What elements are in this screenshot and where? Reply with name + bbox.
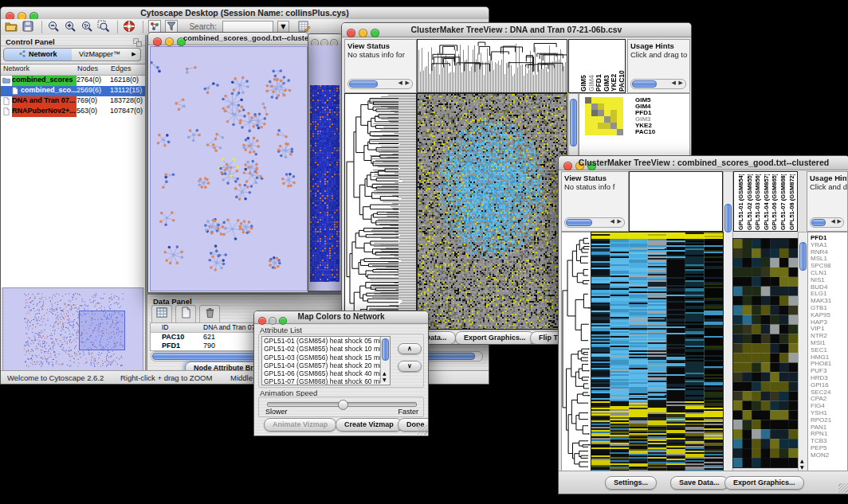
trash-icon[interactable] [199,305,220,323]
attribute-item[interactable]: GPL51-06 (GSM865) heat shock 40 min [264,369,380,377]
zoom-selected-icon[interactable] [97,20,112,34]
view-status-text: No status info for [347,50,416,59]
animate-vizmap-button[interactable]: Animate Vizmap [264,418,336,432]
column-dendrogram-area[interactable] [629,171,723,232]
column-dendrogram[interactable] [417,39,567,93]
network-table-row[interactable]: RNAPuberNov2+...563(0)107847(0) [1,107,145,117]
document-icon [2,97,10,107]
save-data-button[interactable]: Save Data... [670,476,728,490]
open-file-icon[interactable] [5,20,20,34]
attribute-listbox[interactable]: GPL51-01 (GSM854) heat shock 05 minGPL51… [261,336,391,385]
background-network-canvas[interactable] [308,45,342,291]
view-status-hscrollbar[interactable]: ◀▶ [564,217,625,228]
similarity-matrix[interactable] [585,97,623,135]
help-lifesaver-icon[interactable] [123,20,138,34]
new-document-icon[interactable] [175,305,196,323]
treeview-combined-window: ClusterMaker TreeView : combined_scores_… [558,155,848,494]
column-labels-panel: GIM5GIM4PFD1GIM3YKE2PAC10 [568,39,626,93]
dialog-titlebar[interactable]: Map Colors to Network [254,311,428,324]
scroll-up-icon[interactable]: ▲ [383,370,387,376]
attribute-item[interactable]: GPL51-02 (GSM855) heat shock 10 min [264,345,380,353]
treeview2-titlebar[interactable]: ClusterMaker TreeView : combined_scores_… [559,156,848,170]
matrix-cell [591,129,598,135]
scroll-thumb[interactable] [724,204,732,232]
attribute-item[interactable]: GPL51-01 (GSM854) heat shock 05 min [264,337,380,345]
close-icon[interactable] [153,37,162,46]
network-table-row[interactable]: DNA and Tran 07...769(0)183728(0) [1,96,145,107]
scroll-right-icon[interactable]: ▶ [618,218,622,225]
attribute-item[interactable]: GPL51-04 (GSM857) heat shock 20 min [264,361,380,369]
treeview1-title: ClusterMaker TreeView : DNA and Tran 07-… [342,25,691,34]
main-titlebar[interactable]: Cytoscape Desktop (Session Name: collins… [1,7,489,20]
attribute-item[interactable]: GPL51-03 (GSM856) heat shock 15 min [264,354,380,361]
heatmap-main[interactable] [417,93,567,330]
toolbar-icons-right [297,19,314,33]
animation-speed-slider[interactable] [267,402,417,407]
attribute-item[interactable]: GPL51-07 (GSM868) heat shock 60 min [264,377,380,385]
scroll-left-icon[interactable]: ◀ [672,80,676,86]
scroll-right-icon[interactable]: ▶ [679,80,683,86]
birdseye-view[interactable] [2,287,143,371]
scroll-down-icon[interactable]: ▼ [383,377,387,382]
matrix-cell [604,129,610,135]
scroll-left-icon[interactable]: ◀ [831,218,835,225]
network-view-window: combined_scores_good.txt--cluste... [147,32,308,293]
scroll-up-icon[interactable]: ▲ [800,458,804,463]
network-table-row[interactable]: combined_sco...2569(6)13112(15) [1,86,145,96]
view-status-hscrollbar[interactable]: ◀▶ [347,79,413,89]
scroll-thumb[interactable] [349,80,378,88]
matrix-cell [591,116,598,123]
row-dendrogram[interactable] [561,232,591,472]
resize-grip[interactable] [838,483,848,493]
resize-grip[interactable] [418,425,427,435]
tab-vizmapper[interactable]: VizMapper™ [72,48,128,61]
scroll-thumb[interactable] [811,219,826,226]
tab-network[interactable]: Network [3,48,73,61]
usage-hints-hscrollbar[interactable]: ◀▶ [630,79,686,89]
zoom-fit-icon[interactable] [80,20,96,34]
scroll-right-icon[interactable]: ▶ [838,218,842,225]
column-label: GPL51-03 (GSM856) [754,174,761,230]
tab-overflow-button[interactable]: ▶ [128,48,141,61]
settings-button[interactable]: Settings... [605,476,657,490]
network-canvas[interactable] [150,46,308,291]
matrix-cell [604,97,610,104]
main-window-title: Cytoscape Desktop (Session Name: collins… [1,8,489,18]
network-table-header[interactable]: Network Nodes Edges [1,64,145,76]
gene-label[interactable]: MON2 [811,452,831,459]
table-grid-icon[interactable] [151,305,172,323]
move-down-button[interactable]: ∨ [398,361,422,372]
row-dendrogram[interactable] [344,93,417,330]
zoom-in-icon[interactable] [64,20,79,34]
zoom-out-icon[interactable] [47,20,62,34]
network-view-titlebar[interactable]: combined_scores_good.txt--cluste... [148,33,308,45]
scroll-thumb[interactable] [566,219,592,226]
scroll-thumb[interactable] [632,80,657,88]
slider-thumb[interactable] [338,400,348,410]
export-graphics-button[interactable]: Export Graphics... [724,476,804,490]
minimize-icon[interactable] [165,37,174,46]
save-icon[interactable] [22,20,37,34]
matrix-cell [598,104,604,110]
scroll-thumb[interactable] [382,338,389,361]
network-name: RNAPuberNov2+... [12,107,77,117]
network-edges-count: 16218(0) [110,76,145,84]
treeview1-titlebar[interactable]: ClusterMaker TreeView : DNA and Tran 07-… [342,23,691,37]
usage-hints-hscrollbar[interactable]: ◀▶ [810,217,844,228]
heatmap-global[interactable] [732,238,799,468]
move-up-button[interactable]: ∧ [398,343,422,354]
scroll-right-icon[interactable]: ▶ [406,80,410,86]
network-table-row[interactable]: combined_scores2764(0)16218(0) [1,76,145,86]
attribute-list-vscrollbar[interactable]: ▲▼ [380,337,390,383]
background-window-titlebar[interactable] [308,34,342,46]
matrix-cell [617,123,623,129]
usage-hints-text: Click and drag to [630,50,689,59]
scroll-left-icon[interactable]: ◀ [610,218,614,225]
scroll-thumb[interactable] [799,242,807,271]
scroll-down-icon[interactable]: ▼ [800,464,804,470]
heatmap-main[interactable] [591,232,724,472]
scroll-left-icon[interactable]: ◀ [398,80,402,86]
scroll-thumb[interactable] [570,99,577,147]
create-vizmap-button[interactable]: Create Vizmap [336,418,402,432]
export-graphics-button[interactable]: Export Graphics... [455,331,535,345]
